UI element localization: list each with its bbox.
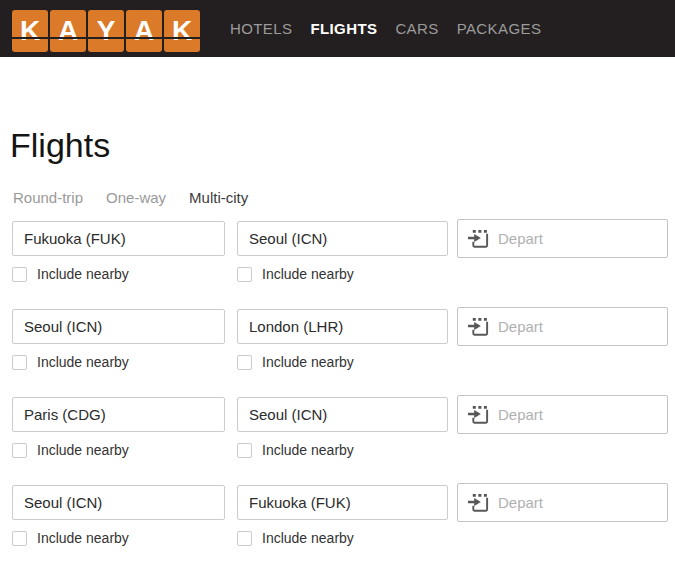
tab-multi-city[interactable]: Multi-city bbox=[189, 189, 248, 206]
calendar-depart-icon bbox=[467, 491, 490, 514]
logo-tile: K bbox=[12, 10, 48, 52]
origin-input[interactable] bbox=[12, 309, 225, 344]
origin-input[interactable] bbox=[12, 485, 225, 520]
include-nearby-destination: Include nearby bbox=[237, 530, 354, 546]
logo-tile: Y bbox=[88, 10, 124, 52]
include-nearby-origin: Include nearby bbox=[12, 354, 129, 370]
origin-input[interactable] bbox=[12, 397, 225, 432]
calendar-depart-icon bbox=[467, 403, 490, 426]
tab-one-way[interactable]: One-way bbox=[106, 189, 166, 206]
logo-tile: K bbox=[164, 10, 200, 52]
nav-item-hotels[interactable]: HOTELS bbox=[230, 20, 292, 37]
depart-date-field[interactable]: Depart bbox=[457, 307, 668, 346]
depart-date-field[interactable]: Depart bbox=[457, 483, 668, 522]
include-nearby-label[interactable]: Include nearby bbox=[37, 354, 129, 370]
destination-input[interactable] bbox=[237, 485, 448, 520]
include-nearby-destination-checkbox[interactable] bbox=[237, 443, 252, 458]
include-nearby-label[interactable]: Include nearby bbox=[262, 530, 354, 546]
include-nearby-destination-checkbox[interactable] bbox=[237, 355, 252, 370]
include-nearby-destination-checkbox[interactable] bbox=[237, 267, 252, 282]
include-nearby-origin: Include nearby bbox=[12, 442, 129, 458]
depart-placeholder-text: Depart bbox=[498, 406, 543, 423]
calendar-depart-icon bbox=[467, 315, 490, 338]
depart-date-field[interactable]: Depart bbox=[457, 395, 668, 434]
include-nearby-destination: Include nearby bbox=[237, 266, 354, 282]
include-nearby-label[interactable]: Include nearby bbox=[262, 354, 354, 370]
logo-tile: A bbox=[126, 10, 162, 52]
include-nearby-destination: Include nearby bbox=[237, 442, 354, 458]
include-nearby-label[interactable]: Include nearby bbox=[262, 266, 354, 282]
nav-item-cars[interactable]: CARS bbox=[395, 20, 438, 37]
include-nearby-label[interactable]: Include nearby bbox=[262, 442, 354, 458]
include-nearby-destination: Include nearby bbox=[237, 354, 354, 370]
destination-input[interactable] bbox=[237, 397, 448, 432]
flight-leg-row: Depart Include nearby Include nearby bbox=[0, 483, 675, 561]
nav-item-packages[interactable]: PACKAGES bbox=[457, 20, 542, 37]
include-nearby-label[interactable]: Include nearby bbox=[37, 530, 129, 546]
logo-tile: A bbox=[50, 10, 86, 52]
depart-date-field[interactable]: Depart bbox=[457, 219, 668, 258]
main-nav: HOTELS FLIGHTS CARS PACKAGES bbox=[230, 0, 541, 57]
flight-leg-row: Depart Include nearby Include nearby bbox=[0, 395, 675, 483]
include-nearby-destination-checkbox[interactable] bbox=[237, 531, 252, 546]
flight-leg-row: Depart Include nearby Include nearby bbox=[0, 219, 675, 307]
nav-item-flights[interactable]: FLIGHTS bbox=[310, 20, 377, 37]
include-nearby-origin: Include nearby bbox=[12, 266, 129, 282]
flight-leg-row: Depart Include nearby Include nearby bbox=[0, 307, 675, 395]
destination-input[interactable] bbox=[237, 221, 448, 256]
tab-round-trip[interactable]: Round-trip bbox=[13, 189, 83, 206]
include-nearby-origin-checkbox[interactable] bbox=[12, 531, 27, 546]
depart-placeholder-text: Depart bbox=[498, 230, 543, 247]
origin-input[interactable] bbox=[12, 221, 225, 256]
destination-input[interactable] bbox=[237, 309, 448, 344]
depart-placeholder-text: Depart bbox=[498, 318, 543, 335]
include-nearby-origin: Include nearby bbox=[12, 530, 129, 546]
include-nearby-origin-checkbox[interactable] bbox=[12, 443, 27, 458]
kayak-logo[interactable]: K A Y A K bbox=[12, 10, 200, 52]
page-title: Flights bbox=[10, 126, 110, 165]
include-nearby-origin-checkbox[interactable] bbox=[12, 355, 27, 370]
depart-placeholder-text: Depart bbox=[498, 494, 543, 511]
include-nearby-label[interactable]: Include nearby bbox=[37, 442, 129, 458]
trip-type-tabs: Round-trip One-way Multi-city bbox=[13, 189, 248, 206]
include-nearby-origin-checkbox[interactable] bbox=[12, 267, 27, 282]
calendar-depart-icon bbox=[467, 227, 490, 250]
top-navigation-bar: K A Y A K HOTELS FLIGHTS CARS PACKAGES bbox=[0, 0, 675, 57]
include-nearby-label[interactable]: Include nearby bbox=[37, 266, 129, 282]
